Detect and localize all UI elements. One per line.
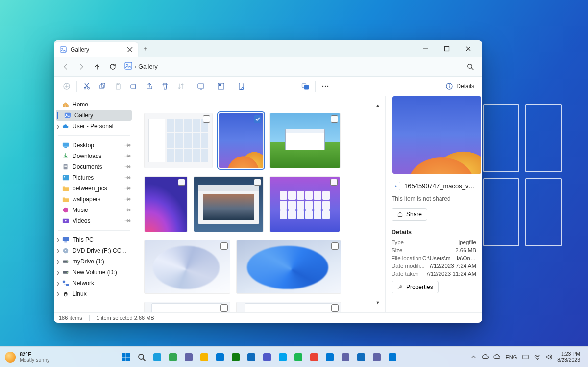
nav-back-button[interactable] [58, 59, 74, 75]
thumbnail-xp[interactable] [270, 113, 341, 168]
thumbnail-bloomb[interactable] [236, 240, 341, 294]
taskbar-explorer-icon[interactable] [213, 350, 227, 364]
tray-overflow-icon[interactable] [468, 352, 479, 363]
onedrive2-icon[interactable] [491, 352, 502, 363]
thumbnail-checkbox[interactable] [203, 115, 210, 123]
expand-icon[interactable]: ❯ [54, 124, 62, 129]
taskbar-teams-icon[interactable] [182, 350, 196, 364]
taskbar-copilot-icon[interactable] [354, 350, 368, 364]
new-button[interactable] [59, 79, 74, 94]
taskbar-widgets-icon[interactable] [166, 350, 180, 364]
thumbnail-checkbox[interactable] [220, 304, 228, 312]
taskbar-onenote-icon[interactable] [276, 350, 290, 364]
thumbnail-mini1[interactable] [144, 302, 230, 312]
new-tab-button[interactable]: ＋ [138, 40, 153, 57]
sync-button[interactable] [233, 79, 249, 94]
sidebar-item-newvolume[interactable]: ❯New Volume (D:) [54, 267, 134, 278]
properties-button[interactable]: Properties [392, 281, 439, 293]
taskbar-spotify-icon[interactable] [292, 350, 305, 364]
taskbar-outlook-icon[interactable] [386, 350, 399, 364]
rename-button[interactable] [126, 79, 142, 94]
copy-button[interactable] [95, 79, 110, 94]
expand-icon[interactable]: ❯ [54, 281, 62, 286]
sidebar-item-music[interactable]: Music📌 [54, 205, 134, 215]
thumbnail-checkbox[interactable] [330, 179, 338, 186]
thumbnail-bloomw[interactable] [144, 240, 230, 294]
taskbar-calendar-icon[interactable] [339, 350, 352, 364]
taskbar-start-icon[interactable] [119, 350, 133, 364]
thumbnail-sonoma[interactable] [270, 176, 340, 232]
taskbar-mail-icon[interactable] [245, 350, 258, 364]
sidebar-item-userpersonal[interactable]: ❯User - Personal [54, 121, 134, 131]
thumbnail-monterey[interactable] [144, 176, 188, 232]
taskbar-store-icon[interactable] [229, 350, 243, 364]
sort-button[interactable] [173, 79, 189, 94]
sidebar-item-desktop[interactable]: Desktop📌 [54, 140, 134, 151]
expand-icon[interactable]: ❯ [54, 292, 62, 296]
language-indicator[interactable]: ENG [503, 354, 519, 360]
delete-button[interactable] [157, 79, 173, 94]
taskbar-clock[interactable]: 1:23 PM 8/23/2023 [555, 351, 584, 363]
wifi-icon[interactable] [532, 352, 542, 363]
taskbar-photos-icon[interactable] [323, 350, 337, 364]
breadcrumb-segment[interactable]: Gallery [138, 63, 158, 70]
sidebar-item-linux[interactable]: ❯Linux [54, 288, 134, 299]
thumbnail-mini2[interactable] [236, 302, 341, 312]
thumbnail-ventura[interactable] [219, 113, 264, 168]
thumbnail-fe[interactable] [144, 113, 213, 168]
weather-widget[interactable]: 82°F Mostly sunny [0, 352, 54, 363]
volume-icon[interactable] [543, 352, 554, 363]
sidebar-item-mydrive[interactable]: ❯myDrive (J:) [54, 256, 134, 267]
sidebar-item-network[interactable]: ❯Network [54, 278, 134, 288]
sidebar-item-wallpapers[interactable]: wallpapers📌 [54, 194, 134, 205]
more-button[interactable] [318, 79, 333, 94]
nav-refresh-button[interactable] [105, 59, 121, 75]
expand-icon[interactable]: ❯ [54, 270, 62, 275]
gallery-grid[interactable]: ▲ ▼ [134, 96, 385, 312]
thumbnail-checkbox[interactable] [331, 242, 339, 250]
details-toggle-button[interactable]: Details [442, 82, 477, 90]
cut-button[interactable] [79, 79, 95, 94]
group-collapse-down-icon[interactable]: ▼ [374, 299, 381, 306]
thumbnail-checkbox[interactable] [254, 115, 261, 123]
taskbar-chrome-icon[interactable] [307, 350, 321, 364]
expand-icon[interactable]: ❯ [54, 249, 62, 253]
thumbnail-checkbox[interactable] [331, 115, 338, 123]
nav-up-button[interactable] [89, 59, 105, 75]
thumbnail-checkbox[interactable] [178, 179, 185, 186]
sidebar-item-downloads[interactable]: Downloads📌 [54, 151, 134, 161]
taskbar-terminal-icon[interactable] [370, 350, 384, 364]
sidebar-item-between_pcs[interactable]: between_pcs📌 [54, 183, 134, 194]
sidebar-item-videos[interactable]: Videos📌 [54, 215, 134, 226]
breadcrumb[interactable]: › Gallery [124, 62, 158, 71]
share-button[interactable]: Share [392, 208, 427, 221]
collection-button[interactable] [297, 79, 313, 94]
group-collapse-up-icon[interactable]: ▲ [374, 102, 381, 109]
taskbar[interactable]: 82°F Mostly sunny ENG 1:23 PM 8/23/2023 [0, 346, 588, 367]
window-close-button[interactable] [458, 40, 479, 57]
sidebar-item-pictures[interactable]: Pictures📌 [54, 172, 134, 183]
sidebar-item-dvd[interactable]: ❯DVD Drive (F:) CCCOMA_X64FRE_I [54, 245, 134, 256]
tab-gallery[interactable]: Gallery [54, 42, 138, 57]
window-minimize-button[interactable] [415, 40, 436, 57]
sidebar-item-home[interactable]: Home [54, 99, 134, 110]
sidebar-item-thispc[interactable]: ❯This PC [54, 235, 134, 245]
share-button[interactable] [142, 79, 157, 94]
paste-button[interactable] [110, 79, 126, 94]
system-tray[interactable]: ENG 1:23 PM 8/23/2023 [464, 351, 588, 363]
expand-icon[interactable]: ❯ [54, 260, 62, 264]
input-icon[interactable] [520, 352, 531, 363]
taskbar-search-icon[interactable] [135, 350, 148, 364]
view-button[interactable] [193, 79, 209, 94]
thumbnail-wbrowser[interactable] [194, 176, 264, 232]
onedrive-icon[interactable] [480, 352, 490, 363]
expand-icon[interactable]: ❯ [54, 238, 62, 242]
nav-forward-button[interactable] [74, 59, 89, 75]
filter-button[interactable] [213, 79, 229, 94]
thumbnail-checkbox[interactable] [331, 304, 339, 312]
thumbnail-checkbox[interactable] [254, 179, 261, 186]
thumbnail-checkbox[interactable] [220, 242, 228, 250]
search-button[interactable] [463, 59, 478, 75]
taskbar-settings-icon[interactable] [197, 350, 211, 364]
sidebar-item-gallery[interactable]: Gallery [56, 110, 132, 121]
